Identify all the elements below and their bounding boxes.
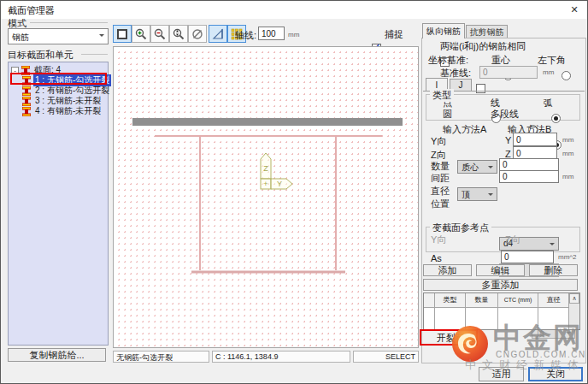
ibeam-icon (22, 76, 31, 86)
as-unit: mm^2 (558, 253, 577, 261)
z-dir-value: 顶 (462, 190, 470, 199)
ibeam-icon (22, 107, 31, 116)
coord-base-label: 坐标基准: (428, 54, 468, 67)
tab-longitudinal-rebar[interactable]: 纵向钢筋 (422, 23, 465, 38)
diameter-label: 直径 (431, 185, 450, 198)
dialog-title: 截面管理器 (8, 4, 55, 17)
z-unit: mm (562, 150, 573, 157)
z-dir-select[interactable]: 顶 (457, 187, 497, 201)
apply-button[interactable]: 适用 (479, 367, 524, 381)
zoom-in-button[interactable] (132, 25, 150, 43)
zoom-out-icon (153, 27, 167, 41)
y-dir-label: Y向 (431, 135, 446, 148)
snap-label: 捕捉 (385, 28, 403, 41)
status-coordinates: C : 1146.1, 1384.9 (212, 351, 350, 363)
section-manager-dialog: 截面管理器 ✕ 模式 钢筋 目标截面和单元 - 截面: 4 1 : 无钢筋-勾选… (0, 0, 588, 384)
tree-item[interactable]: 4 : 有钢筋-未开裂 (22, 106, 103, 116)
table-scrollbar[interactable]: ∧ (569, 293, 579, 329)
status-section-name: 无钢筋-勾选开裂 (113, 351, 209, 363)
section-canvas[interactable]: Z Y + (113, 46, 419, 348)
delete-button[interactable]: 删除 (529, 264, 578, 276)
y-input[interactable] (513, 133, 557, 146)
type-circle-label: 圆 (443, 108, 452, 121)
target-separator (81, 54, 108, 55)
axis-origin-label: + (263, 180, 268, 188)
mode-select-value: 钢筋 (12, 32, 29, 42)
quantity-label: 数量 (431, 160, 450, 173)
section-drawing: Z Y + (114, 47, 418, 347)
type-arc-label: 弧 (544, 97, 553, 109)
baseline-checkbox[interactable] (476, 84, 485, 93)
type-polyline-label: 多段线 (491, 108, 519, 121)
mode-separator (30, 22, 108, 23)
rotate-view-button[interactable] (188, 25, 207, 43)
ibeam-icon (22, 97, 31, 106)
y-label: Y (505, 135, 511, 145)
quantity-input[interactable] (499, 158, 559, 171)
zoom-fit-button[interactable] (113, 25, 132, 43)
edit-button[interactable]: 编辑 (476, 264, 525, 276)
tab-label: 纵向钢筋 (426, 26, 461, 38)
as-input[interactable] (501, 251, 554, 263)
y-dir-value: 质心 (462, 162, 479, 172)
zoom-dynamic-icon (172, 27, 185, 41)
baseline-unit: mm (543, 68, 554, 76)
ref-point-group-legend: 变截面参考点 (430, 222, 491, 234)
ibeam-icon (21, 66, 30, 75)
normal-view-button[interactable] (209, 25, 227, 43)
tab-label: I (436, 80, 438, 90)
tab-label: J (459, 80, 463, 90)
collapse-icon[interactable]: - (11, 67, 19, 74)
as-label: As (431, 253, 442, 263)
copy-rebar-button[interactable]: 复制钢筋给... (8, 348, 106, 362)
close-icon[interactable]: ✕ (567, 3, 582, 16)
zoom-dynamic-button[interactable] (169, 25, 188, 43)
zoom-out-button[interactable] (150, 25, 169, 43)
table-header-ctc: CTC (mm) (498, 293, 538, 308)
y-unit: mm (562, 136, 573, 144)
gray-bar (132, 118, 403, 126)
tab-shear-rebar[interactable]: 抗剪钢筋 (466, 25, 508, 38)
table-header-quantity: 数量 (466, 293, 497, 308)
add-button[interactable]: 添加 (423, 264, 472, 276)
axis-unit: mm (288, 31, 299, 38)
rebar-table: 类型 数量 CTC (mm) 直径 ∧ (423, 292, 580, 330)
spacing-label: 间距 (431, 172, 450, 185)
zoom-fit-icon (115, 27, 129, 41)
mode-select[interactable]: 钢筋 (8, 28, 109, 44)
axis-z-label: Z (263, 164, 268, 173)
same-ends-label: 两端(i和j)的钢筋相同 (440, 40, 526, 53)
table-header (424, 293, 434, 308)
input-method-a-label: 输入方法A (443, 123, 486, 136)
axis-label: 轴线: (235, 29, 256, 42)
scroll-up-icon[interactable]: ∧ (569, 293, 579, 304)
ibeam-icon (22, 86, 31, 96)
spacing-input[interactable] (499, 170, 559, 183)
coord-base-corner-label: 左下角 (538, 54, 566, 67)
ref-y-label: Y向 (431, 233, 446, 246)
section-tree: - 截面: 4 1 : 无钢筋-勾选开裂 2 : 有钢筋-勾选开裂 (8, 62, 109, 346)
close-button[interactable]: 关闭 (528, 367, 583, 381)
titlebar: 截面管理器 ✕ (1, 1, 587, 19)
tab-label: 抗剪钢筋 (470, 27, 504, 38)
baseline-input[interactable] (479, 66, 538, 79)
type-group-legend: 类型 (430, 89, 454, 102)
cracked-section-label: 开裂截面 (437, 332, 474, 345)
position-label: 位置 (431, 198, 450, 210)
axis-input[interactable] (258, 27, 285, 40)
rotate-view-icon (191, 27, 204, 41)
status-mode: SELECT (353, 351, 419, 363)
coord-base-centroid-label: 重心 (491, 54, 510, 67)
axis-symbol: Z Y + (261, 153, 292, 189)
normal-view-icon (211, 27, 225, 41)
target-section-label: 目标截面和单元 (8, 49, 74, 62)
zoom-in-icon (134, 27, 148, 41)
table-header-diameter: 直径 (538, 293, 568, 308)
ref-z-label: Z向 (505, 233, 520, 246)
tree-item-label: 4 : 有钢筋-未开裂 (33, 105, 103, 117)
table-header-type: 类型 (435, 293, 465, 308)
axis-y-label: Y (277, 180, 282, 188)
spacing-unit: mm (562, 173, 573, 180)
multi-add-button[interactable]: 多重添加 (423, 279, 578, 291)
y-dir-select[interactable]: 质心 (457, 160, 497, 174)
